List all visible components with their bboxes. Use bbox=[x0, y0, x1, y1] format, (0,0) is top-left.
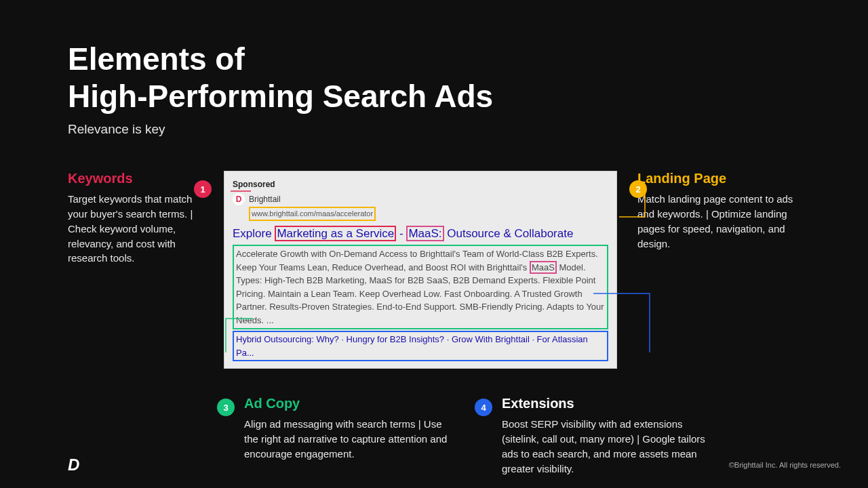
ad-brand-row: D Brighttail bbox=[233, 193, 608, 205]
ad-desc-keyword: MaaS bbox=[530, 261, 557, 274]
ad-headline-sep: - bbox=[396, 227, 406, 240]
ad-sponsored-label: Sponsored bbox=[233, 178, 608, 190]
search-ad-mock: Sponsored D Brighttail www.brighttail.co… bbox=[224, 171, 617, 369]
ad-sitelinks: Hybrid Outsourcing: Why? · Hungry for B2… bbox=[233, 331, 608, 361]
extensions-heading: Extensions bbox=[502, 396, 719, 411]
landing-body: Match landing page content to ads and ke… bbox=[637, 192, 800, 251]
ad-brand-name: Brighttail bbox=[249, 193, 281, 205]
adcopy-body: Align ad messaging with search terms | U… bbox=[244, 417, 448, 461]
badge-4: 4 bbox=[475, 399, 492, 416]
content-row: Keywords Target keywords that match your… bbox=[68, 171, 800, 369]
slide-subtitle: Relevance is key bbox=[68, 122, 800, 137]
badge-1: 1 bbox=[194, 180, 212, 198]
footer: D ©Brighttail Inc. All rights reserved. bbox=[68, 455, 841, 474]
ad-headline: Explore Marketing as a Service - MaaS: O… bbox=[233, 225, 608, 243]
ad-url: www.brighttail.com/maas/accelerator bbox=[249, 207, 376, 221]
ad-headline-keyword1: Marketing as a Service bbox=[275, 226, 396, 241]
adcopy-heading: Ad Copy bbox=[244, 396, 448, 411]
title-line2: High-Performing Search Ads bbox=[68, 79, 493, 114]
badge-3: 3 bbox=[217, 399, 235, 416]
ad-headline-pre: Explore bbox=[233, 227, 275, 240]
keywords-body: Target keywords that match your buyer's … bbox=[68, 192, 203, 266]
landing-page-callout: Landing Page Match landing page content … bbox=[637, 171, 800, 251]
ad-description: Accelerate Growth with On-Demand Access … bbox=[236, 249, 604, 325]
footer-logo-icon: D bbox=[68, 455, 79, 474]
ad-headline-keyword2: MaaS: bbox=[406, 226, 443, 241]
keywords-heading: Keywords bbox=[68, 171, 203, 186]
keywords-callout: Keywords Target keywords that match your… bbox=[68, 171, 203, 266]
title-line1: Elements of bbox=[68, 41, 245, 77]
slide-title: Elements of High-Performing Search Ads bbox=[68, 41, 800, 115]
footer-copyright: ©Brighttail Inc. All rights reserved. bbox=[729, 461, 841, 469]
ad-headline-post: Outsource & Collaborate bbox=[444, 227, 574, 240]
ad-mock-wrapper: 1 2 Sponsored D Brighttail www.brighttai… bbox=[224, 171, 617, 369]
slide: Elements of High-Performing Search Ads R… bbox=[0, 0, 868, 488]
landing-heading: Landing Page bbox=[637, 171, 800, 186]
ad-logo-icon: D bbox=[233, 193, 245, 205]
ad-description-wrap: Accelerate Growth with On-Demand Access … bbox=[233, 245, 608, 329]
